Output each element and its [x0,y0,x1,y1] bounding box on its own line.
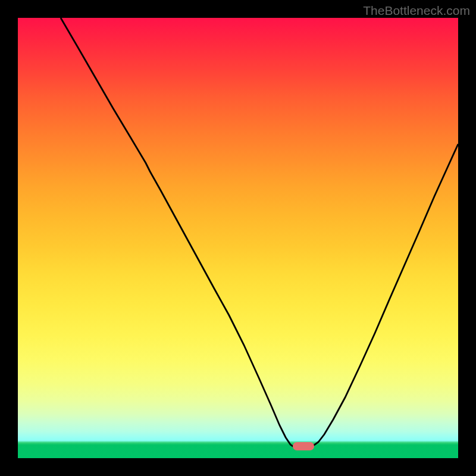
watermark-text: TheBottleneck.com [363,4,470,18]
curve-overlay [18,18,458,458]
plot-area [18,18,458,458]
bottleneck-curve [61,18,458,447]
optimum-marker [293,442,314,450]
bottleneck-chart: TheBottleneck.com [0,0,476,476]
